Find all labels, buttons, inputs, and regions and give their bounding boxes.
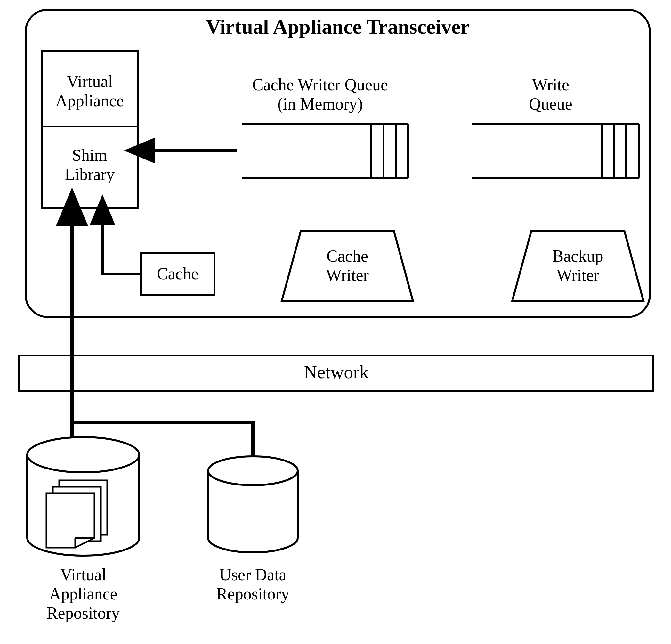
cache-writer-trapezoid: Cache Writer: [282, 230, 413, 301]
backup-writer-label-1: Backup: [553, 247, 604, 265]
virtual-appliance-label-2: Appliance: [55, 92, 124, 110]
va-shim-box: Virtual Appliance Shim Library: [42, 51, 138, 208]
shim-library-label-2: Library: [65, 165, 115, 184]
cache-writer-queue: [242, 124, 408, 178]
user-repo-label-2: Repository: [216, 585, 289, 603]
cache-writer-queue-label-2: (in Memory): [277, 95, 363, 113]
va-repo-label-1: Virtual: [60, 566, 106, 584]
diagram-canvas: Virtual Appliance Transceiver Virtual Ap…: [0, 0, 671, 644]
backup-writer-trapezoid: Backup Writer: [512, 230, 644, 301]
cache-writer-label-1: Cache: [327, 247, 368, 265]
cache-writer-label-2: Writer: [326, 266, 369, 285]
virtual-appliance-label-1: Virtual: [67, 72, 113, 91]
va-repo-label-2: Appliance: [49, 585, 117, 603]
cache-label: Cache: [157, 265, 199, 283]
write-queue: [472, 124, 639, 178]
va-repo-label-3: Repository: [47, 604, 120, 622]
write-queue-label-2: Queue: [529, 95, 572, 113]
network-label: Network: [304, 362, 369, 382]
write-queue-label-1: Write: [532, 76, 569, 94]
arrow-cache-to-shim: [102, 223, 141, 274]
backup-writer-label-2: Writer: [556, 266, 599, 285]
va-repository-cylinder: [27, 437, 139, 556]
user-data-repository-cylinder: [208, 456, 298, 552]
cache-writer-queue-label-1: Cache Writer Queue: [252, 76, 388, 94]
shim-library-label-1: Shim: [72, 146, 107, 164]
user-repo-label-1: User Data: [219, 566, 286, 584]
title: Virtual Appliance Transceiver: [206, 15, 470, 38]
